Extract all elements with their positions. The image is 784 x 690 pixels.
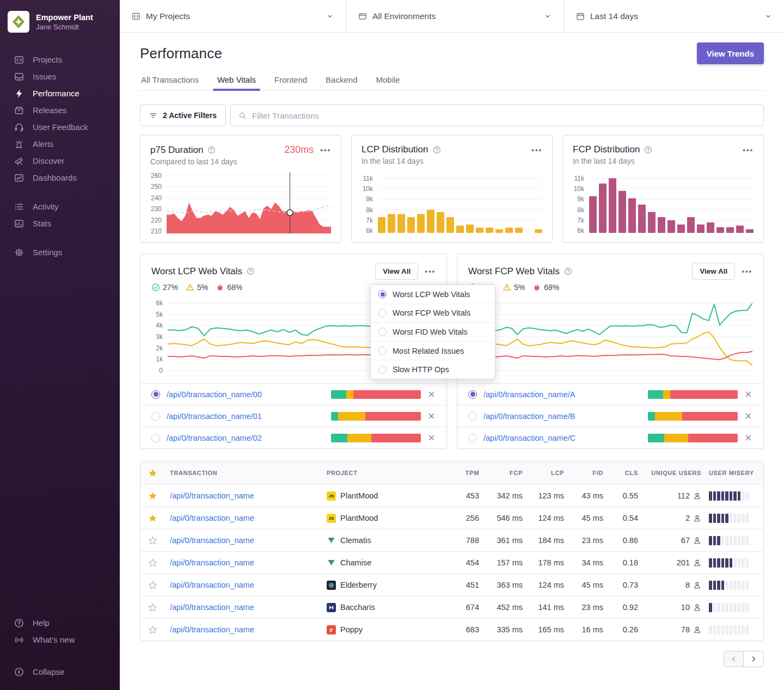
sidebar-item-stats[interactable]: Stats xyxy=(0,215,120,232)
user-misery-bar xyxy=(709,603,756,612)
star-outline-icon[interactable] xyxy=(148,536,157,545)
table-header: Transaction Project TPM FCP LCP FID CLS … xyxy=(140,461,763,484)
transaction-link[interactable]: /api/0/transaction_name/B xyxy=(483,412,641,421)
close-icon[interactable] xyxy=(744,434,752,442)
transaction-link[interactable]: /api/0/transaction_name xyxy=(170,558,327,567)
star-filled-icon[interactable] xyxy=(148,491,157,501)
view-all-button[interactable]: View All xyxy=(375,263,418,280)
sidebar-item-issues[interactable]: Issues xyxy=(0,68,120,85)
star-outline-icon[interactable] xyxy=(148,581,157,590)
sidebar-item-alerts[interactable]: Alerts xyxy=(0,135,120,152)
transaction-link[interactable]: /api/0/transaction_name/01 xyxy=(167,412,324,421)
org-logo xyxy=(8,11,29,33)
transaction-link[interactable]: /api/0/transaction_name xyxy=(170,625,327,634)
more-options-icon[interactable]: ••• xyxy=(425,268,436,275)
sidebar-item-discover[interactable]: Discover xyxy=(0,152,120,169)
more-options-icon[interactable]: ••• xyxy=(742,268,752,275)
sidebar-item-projects[interactable]: Projects xyxy=(0,51,120,68)
view-trends-button[interactable]: View Trends xyxy=(697,42,764,64)
transaction-link[interactable]: /api/0/transaction_name xyxy=(170,536,327,545)
view-all-button[interactable]: View All xyxy=(692,263,735,280)
tab-all-transactions[interactable]: All Transactions xyxy=(140,71,200,90)
radio-button[interactable] xyxy=(151,390,160,399)
more-options-icon[interactable]: ••• xyxy=(743,146,754,153)
question-icon[interactable] xyxy=(644,146,652,154)
sidebar-item-collapse[interactable]: Collapse xyxy=(0,663,120,680)
tab-backend[interactable]: Backend xyxy=(324,71,358,90)
transaction-link[interactable]: /api/0/transaction_name/C xyxy=(483,434,641,442)
menu-item-most-related-issues[interactable]: Most Related Issues xyxy=(371,341,495,360)
search-input[interactable] xyxy=(252,111,756,120)
star-outline-icon[interactable] xyxy=(148,625,157,634)
question-icon[interactable] xyxy=(207,146,216,154)
sidebar-item-help[interactable]: Help xyxy=(0,614,120,631)
sidebar-item-user-feedback[interactable]: User Feedback xyxy=(0,119,120,135)
radio-button[interactable] xyxy=(468,390,477,399)
calendar-icon xyxy=(576,12,585,21)
more-options-icon[interactable]: ••• xyxy=(320,146,331,153)
previous-page-button[interactable] xyxy=(724,651,744,667)
project-name[interactable]: Baccharis xyxy=(340,603,375,612)
transaction-link[interactable]: /api/0/transaction_name/02 xyxy=(167,434,324,442)
transaction-link[interactable]: /api/0/transaction_name/A xyxy=(483,390,641,399)
star-outline-icon[interactable] xyxy=(148,603,157,612)
radio-button xyxy=(378,309,387,317)
sidebar-item-settings[interactable]: Settings xyxy=(0,244,120,261)
close-icon[interactable] xyxy=(427,390,436,398)
question-icon[interactable] xyxy=(433,146,441,154)
close-icon[interactable] xyxy=(744,390,752,398)
menu-item-worst-fcp-web-vitals[interactable]: Worst FCP Web Vitals xyxy=(371,304,495,323)
star-outline-icon[interactable] xyxy=(148,558,157,568)
menu-item-worst-fid-web-vitals[interactable]: Worst FID Web Vitals xyxy=(371,322,495,341)
project-name[interactable]: PlantMood xyxy=(340,514,378,522)
transaction-link[interactable]: /api/0/transaction_name xyxy=(170,603,327,612)
sidebar-item-releases[interactable]: Releases xyxy=(0,102,120,119)
active-filters-button[interactable]: 2 Active Filters xyxy=(140,104,226,126)
menu-item-label: Worst LCP Web Vitals xyxy=(393,290,470,299)
next-page-button[interactable] xyxy=(744,651,764,667)
sidebar-item-dashboards[interactable]: Dashboards xyxy=(0,169,120,186)
star-filled-icon[interactable] xyxy=(148,514,157,523)
tab-mobile[interactable]: Mobile xyxy=(375,71,401,90)
star-filled-icon[interactable] xyxy=(148,469,157,478)
radio-button[interactable] xyxy=(151,434,160,442)
project-name[interactable]: PlantMood xyxy=(340,491,378,500)
question-icon[interactable] xyxy=(247,267,255,275)
project-name[interactable]: Clematis xyxy=(340,536,371,545)
alerts-icon xyxy=(14,139,24,149)
sidebar-item-performance[interactable]: Performance xyxy=(0,85,120,102)
radio-button[interactable] xyxy=(151,412,160,421)
tab-web-vitals[interactable]: Web Vitals xyxy=(216,71,257,90)
transaction-link[interactable]: /api/0/transaction_name xyxy=(170,514,327,522)
menu-item-slow-http-ops[interactable]: Slow HTTP Ops xyxy=(371,360,495,379)
radio-button[interactable] xyxy=(468,412,477,421)
date-range-selector[interactable]: Last 14 days xyxy=(564,0,784,32)
more-options-icon[interactable]: ••• xyxy=(531,146,542,153)
sidebar-item-label: Discover xyxy=(33,156,64,165)
close-icon[interactable] xyxy=(744,412,752,420)
tab-frontend[interactable]: Frontend xyxy=(273,71,308,90)
col-transaction: Transaction xyxy=(170,470,327,476)
environment-selector[interactable]: All Environments xyxy=(346,0,564,32)
sidebar-item-activity[interactable]: Activity xyxy=(0,198,120,215)
project-name[interactable]: Elderberry xyxy=(340,581,377,589)
transaction-link[interactable]: /api/0/transaction_name/00 xyxy=(167,390,324,399)
transaction-link[interactable]: /api/0/transaction_name xyxy=(170,491,327,500)
radio-button[interactable] xyxy=(468,434,477,442)
close-icon[interactable] xyxy=(427,412,436,420)
sidebar-item-what-s-new[interactable]: What’s new xyxy=(0,631,120,648)
menu-item-label: Worst FID Web Vitals xyxy=(393,328,468,336)
transaction-link[interactable]: /api/0/transaction_name xyxy=(170,581,327,589)
menu-item-worst-lcp-web-vitals[interactable]: Worst LCP Web Vitals xyxy=(371,285,495,304)
project-selector[interactable]: My Projects xyxy=(120,0,346,32)
question-icon[interactable] xyxy=(564,267,572,275)
cls-value: 0.18 xyxy=(603,558,638,567)
project-name[interactable]: Poppy xyxy=(340,625,363,634)
org-switcher[interactable]: Empower Plant Jane Schmidt xyxy=(0,7,120,37)
unique-users-value: 78 xyxy=(681,625,690,634)
fcp-value: 335 ms xyxy=(479,625,523,634)
filter-icon xyxy=(149,112,157,120)
badge-value: 5% xyxy=(197,283,208,292)
project-name[interactable]: Chamise xyxy=(340,558,371,567)
close-icon[interactable] xyxy=(427,434,436,442)
